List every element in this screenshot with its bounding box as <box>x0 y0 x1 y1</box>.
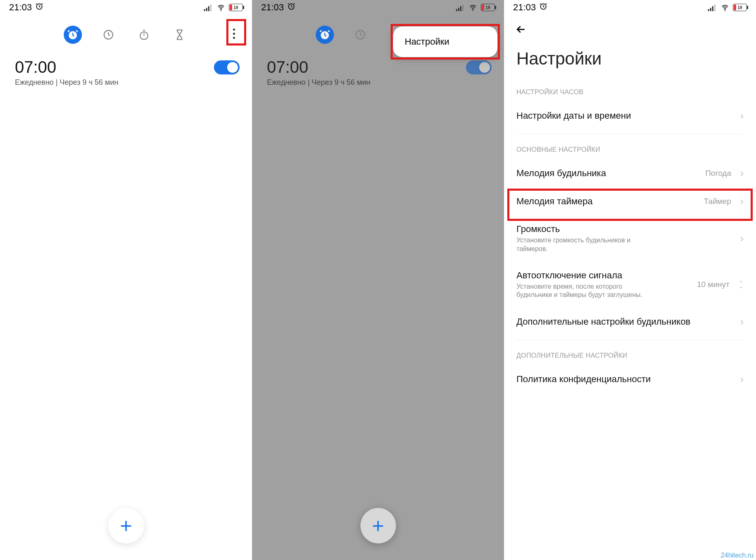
signal-icon <box>204 4 213 11</box>
section-main-settings: ОСНОВНЫЕ НАСТРОЙКИ <box>504 139 756 159</box>
alarm-status-icon <box>287 2 295 13</box>
svg-rect-20 <box>710 8 711 11</box>
screen-settings: 21:03 19 Н <box>504 0 756 560</box>
chevron-right-icon: › <box>740 233 744 244</box>
row-privacy-label: Политика конфиденциальности <box>516 374 731 385</box>
chevron-right-icon: › <box>740 196 744 207</box>
row-date-time-settings[interactable]: Настройки даты и времени › <box>504 102 756 130</box>
add-alarm-fab[interactable]: + <box>360 508 396 543</box>
battery-icon: 19 <box>733 4 747 11</box>
alarm-status-icon <box>35 2 43 13</box>
row-timer-ringtone[interactable]: Мелодия таймера Таймер › <box>504 187 756 215</box>
section-extra-settings: ДОПОЛНИТЕЛЬНЫЕ НАСТРОЙКИ <box>504 345 756 365</box>
row-auto-silence-desc: Установите время, после которого будильн… <box>516 282 649 300</box>
alarm-time: 07:00 <box>15 58 56 77</box>
up-down-icon: ⌃⌄ <box>739 281 744 288</box>
row-volume-label: Громкость <box>516 224 731 235</box>
svg-rect-11 <box>458 8 459 11</box>
alarm-time: 07:00 <box>267 58 308 77</box>
row-alarm-ringtone[interactable]: Мелодия будильника Погода › <box>504 159 756 187</box>
row-volume[interactable]: Громкость Установите громкость будильник… <box>504 215 756 262</box>
row-auto-silence-value: 10 минут <box>697 280 730 289</box>
svg-rect-3 <box>208 6 209 11</box>
row-timer-ringtone-value: Таймер <box>704 197 731 206</box>
status-bar: 21:03 19 <box>252 0 504 15</box>
wifi-icon <box>720 4 730 11</box>
row-date-time-label: Настройки даты и времени <box>516 110 731 121</box>
chevron-right-icon: › <box>740 316 744 328</box>
svg-rect-22 <box>714 5 715 11</box>
svg-rect-4 <box>210 5 211 11</box>
settings-menu-label: Настройки <box>405 36 449 47</box>
svg-rect-2 <box>206 8 207 11</box>
alarm-subtitle: Ежедневно | Через 9 ч 56 мин <box>252 78 504 87</box>
row-alarm-ringtone-value: Погода <box>705 169 731 178</box>
row-alarm-ringtone-label: Мелодия будильника <box>516 168 698 179</box>
tab-stopwatch[interactable] <box>135 26 153 44</box>
divider <box>516 134 744 134</box>
svg-point-5 <box>221 10 221 10</box>
clock-tabs <box>0 15 252 52</box>
signal-icon <box>708 4 717 11</box>
svg-rect-10 <box>456 9 457 11</box>
alarm-row[interactable]: 07:00 <box>0 52 252 77</box>
status-bar: 21:03 19 <box>504 0 756 15</box>
row-privacy-policy[interactable]: Политика конфиденциальности › <box>504 365 756 393</box>
battery-icon: 19 <box>229 4 243 11</box>
chevron-right-icon: › <box>740 110 744 122</box>
back-button[interactable] <box>515 23 527 39</box>
status-time: 21:03 <box>513 2 536 13</box>
tab-timer[interactable] <box>170 26 189 44</box>
svg-rect-1 <box>204 9 205 11</box>
svg-rect-12 <box>460 6 461 11</box>
alarm-subtitle: Ежедневно | Через 9 ч 56 мин <box>0 78 252 87</box>
row-auto-silence[interactable]: Автоотключение сигнала Установите время,… <box>504 262 756 308</box>
tab-alarm[interactable] <box>64 26 82 44</box>
alarm-status-icon <box>539 2 547 13</box>
row-volume-desc: Установите громкость будильников и тайме… <box>516 236 649 254</box>
chevron-right-icon: › <box>740 168 744 179</box>
section-clock-settings: НАСТРОЙКИ ЧАСОВ <box>504 81 756 102</box>
row-auto-silence-label: Автоотключение сигнала <box>516 270 690 281</box>
add-alarm-fab[interactable]: + <box>108 508 144 543</box>
row-timer-ringtone-label: Мелодия таймера <box>516 196 697 207</box>
svg-point-14 <box>473 10 473 10</box>
alarm-toggle[interactable] <box>214 60 240 74</box>
row-more-alarm-label: Дополнительные настройки будильников <box>516 316 731 327</box>
page-title: Настройки <box>504 43 756 81</box>
chevron-right-icon: › <box>740 373 744 385</box>
tab-clock[interactable] <box>99 26 118 44</box>
settings-menu-item[interactable]: Настройки <box>393 26 497 57</box>
status-time: 21:03 <box>261 2 284 13</box>
more-vert-icon <box>233 29 235 39</box>
screen-alarm-list: 21:03 19 <box>0 0 252 560</box>
status-bar: 21:03 19 <box>0 0 252 15</box>
alarm-toggle[interactable] <box>466 60 492 74</box>
plus-icon: + <box>120 515 132 536</box>
svg-rect-13 <box>462 5 463 11</box>
wifi-icon <box>468 4 478 11</box>
watermark: 24hitech.ru <box>721 552 754 559</box>
screen-alarm-list-menu-open: 21:03 19 <box>252 0 504 560</box>
svg-rect-21 <box>712 6 713 11</box>
status-time: 21:03 <box>9 2 32 13</box>
battery-icon: 19 <box>481 4 495 11</box>
wifi-icon <box>216 4 226 11</box>
row-more-alarm-settings[interactable]: Дополнительные настройки будильников › <box>504 308 756 336</box>
svg-rect-19 <box>708 9 709 11</box>
tab-alarm[interactable] <box>316 26 334 44</box>
divider <box>516 340 744 340</box>
tab-clock[interactable] <box>351 26 370 44</box>
more-menu-button[interactable] <box>226 25 242 42</box>
plus-icon: + <box>372 515 384 536</box>
signal-icon <box>456 4 465 11</box>
svg-point-23 <box>725 10 725 10</box>
